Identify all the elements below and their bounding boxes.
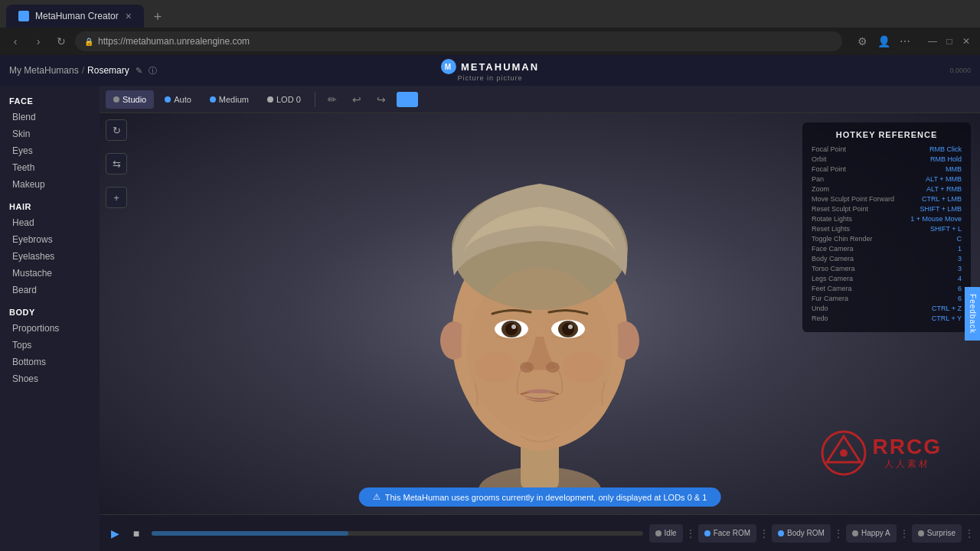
url-bar[interactable]: 🔒 https://metahuman.unrealengine.com xyxy=(75,31,842,51)
feedback-tab[interactable]: Feedback xyxy=(965,287,980,341)
back-btn[interactable]: ‹ xyxy=(6,32,24,51)
hotkey-label-rotate-lights: Rotate Lights xyxy=(812,215,852,223)
hotkey-value-body-cam: 3 xyxy=(900,255,962,262)
face-rom-clip[interactable]: Face ROM xyxy=(698,524,756,543)
breadcrumb: My MetaHumans / Rosemary ✎ ⓘ xyxy=(9,65,157,77)
pencil-icon[interactable]: ✏ xyxy=(322,90,343,109)
logo-text: M METAHUMAN xyxy=(441,59,539,74)
close-window-btn[interactable]: ✕ xyxy=(959,34,974,49)
tool-separator-2 xyxy=(106,178,127,184)
minimize-btn[interactable]: — xyxy=(925,34,940,49)
undo-icon[interactable]: ↩ xyxy=(346,90,368,109)
add-tool-btn[interactable]: + xyxy=(106,187,127,208)
forward-btn[interactable]: › xyxy=(29,32,47,51)
hotkey-value-sculpt-reset: SHIFT + LMB xyxy=(900,205,962,213)
idle-clip: Idle xyxy=(649,524,683,543)
body-section-title: BODY xyxy=(9,308,90,317)
hotkey-label-reset-lights: Reset Lights xyxy=(812,225,850,233)
hotkey-row-focal: Focal Point RMB Click xyxy=(812,145,962,153)
hotkey-row-rotate-lights: Rotate Lights 1 + Mouse Move xyxy=(812,215,962,223)
svg-point-10 xyxy=(511,324,516,329)
edit-name-icon[interactable]: ✎ xyxy=(136,66,142,76)
viewport-main[interactable]: ↻ ⇆ + HOTKEY REFERENCE Focal Point RMB C… xyxy=(100,113,980,514)
hotkey-row-zoom: Zoom ALT + RMB xyxy=(812,185,962,193)
sidebar-item-bottoms[interactable]: Bottoms xyxy=(9,355,90,369)
surprise-menu[interactable]: ⋮ xyxy=(965,528,974,539)
sidebar-item-head[interactable]: Head xyxy=(9,216,90,230)
watermark-logo-svg xyxy=(821,430,867,476)
sidebar-item-eyes[interactable]: Eyes xyxy=(9,144,90,158)
face-rom-menu[interactable]: ⋮ xyxy=(760,528,769,539)
refresh-btn[interactable]: ↻ xyxy=(52,32,70,51)
hotkey-value-pan-point: MMB xyxy=(900,165,962,173)
hotkey-label-fur-cam: Fur Camera xyxy=(812,295,848,302)
idle-label: Idle xyxy=(665,529,677,537)
tab-close-btn[interactable]: × xyxy=(126,11,132,21)
medium-label: Medium xyxy=(219,95,249,104)
auto-label: Auto xyxy=(174,95,191,104)
breadcrumb-home[interactable]: My MetaHumans xyxy=(9,65,79,76)
logo-icon: M xyxy=(441,59,456,74)
mirror-tool-btn[interactable]: ⇆ xyxy=(106,153,127,174)
watermark-brand: RRCG xyxy=(873,436,942,458)
medium-btn[interactable]: Medium xyxy=(202,90,256,109)
browser-actions: ⚙ 👤 ⋯ xyxy=(853,32,914,51)
sidebar-item-beard[interactable]: Beard xyxy=(9,283,90,297)
sidebar-item-proportions[interactable]: Proportions xyxy=(9,321,90,335)
sidebar-item-tops[interactable]: Tops xyxy=(9,338,90,352)
hotkey-label-torso-cam: Torso Camera xyxy=(812,265,855,272)
color-picker-btn[interactable] xyxy=(397,92,418,107)
hotkey-label-sculpt-fwd: Move Sculpt Point Forward xyxy=(812,195,894,203)
svg-point-13 xyxy=(562,323,574,335)
maximize-btn[interactable]: □ xyxy=(942,34,957,49)
hotkey-label-zoom: Zoom xyxy=(812,185,829,193)
sidebar-item-teeth[interactable]: Teeth xyxy=(9,161,90,174)
sidebar-item-eyebrows[interactable]: Eyebrows xyxy=(9,233,90,246)
watermark-text: RRCG 人人素材 xyxy=(873,436,942,471)
info-icon[interactable]: ⓘ xyxy=(149,65,157,77)
more-btn[interactable]: ⋯ xyxy=(896,32,914,51)
viewport-area: Studio Auto Medium LOD 0 ✏ ↩ ↪ xyxy=(100,86,980,551)
sidebar-item-shoes[interactable]: Shoes xyxy=(9,372,90,386)
hotkey-value-face-cam: 1 xyxy=(900,245,962,253)
idle-menu[interactable]: ⋮ xyxy=(686,528,695,539)
sidebar-item-makeup[interactable]: Makeup xyxy=(9,178,90,191)
happy-a-menu[interactable]: ⋮ xyxy=(900,528,909,539)
active-tab[interactable]: MetaHuman Creator × xyxy=(6,5,144,28)
hotkey-label-pan: Pan xyxy=(812,175,824,183)
extensions-btn[interactable]: ⚙ xyxy=(853,32,871,51)
hotkey-label-pan-point: Focal Point xyxy=(812,165,846,173)
face-rom-label: Face ROM xyxy=(714,529,750,537)
rotate-tool-btn[interactable]: ↻ xyxy=(106,119,127,141)
hotkey-value-redo: CTRL + Y xyxy=(900,315,962,322)
play-btn[interactable]: ▶ xyxy=(106,524,124,543)
body-rom-label: Body ROM xyxy=(787,529,825,537)
sidebar-item-eyelashes[interactable]: Eyelashes xyxy=(9,249,90,263)
body-rom-menu[interactable]: ⋮ xyxy=(834,528,843,539)
hotkey-label-legs-cam: Legs Camera xyxy=(812,275,853,282)
stop-btn[interactable]: ■ xyxy=(127,524,145,543)
svg-point-18 xyxy=(562,352,605,383)
url-text: https://metahuman.unrealengine.com xyxy=(98,36,250,47)
breadcrumb-current: Rosemary xyxy=(87,65,129,76)
hotkey-label-orbit: Orbit xyxy=(812,155,827,163)
profile-btn[interactable]: 👤 xyxy=(874,32,893,51)
body-rom-clip[interactable]: Body ROM xyxy=(772,524,831,543)
timeline[interactable] xyxy=(152,531,643,536)
browser-chrome: MetaHuman Creator × + ‹ › ↻ 🔒 https://me… xyxy=(0,0,980,55)
auto-btn[interactable]: Auto xyxy=(157,90,199,109)
sidebar-item-mustache[interactable]: Mustache xyxy=(9,266,90,280)
surprise-label: Surprise xyxy=(927,529,956,537)
hotkey-value-reset-lights: SHIFT + L xyxy=(900,225,962,233)
hotkey-value-fur-cam: 6 xyxy=(900,295,962,302)
happy-a-clip[interactable]: Happy A xyxy=(846,524,897,543)
hotkey-label-undo: Undo xyxy=(812,305,828,312)
hotkey-row-orbit: Orbit RMB Hold xyxy=(812,155,962,163)
redo-icon[interactable]: ↪ xyxy=(371,90,392,109)
lod-btn[interactable]: LOD 0 xyxy=(260,90,309,109)
studio-btn[interactable]: Studio xyxy=(106,90,154,109)
sidebar-item-skin[interactable]: Skin xyxy=(9,127,90,141)
new-tab-btn[interactable]: + xyxy=(147,6,168,28)
sidebar-item-blend[interactable]: Blend xyxy=(9,110,90,124)
surprise-clip[interactable]: Surprise xyxy=(912,524,962,543)
